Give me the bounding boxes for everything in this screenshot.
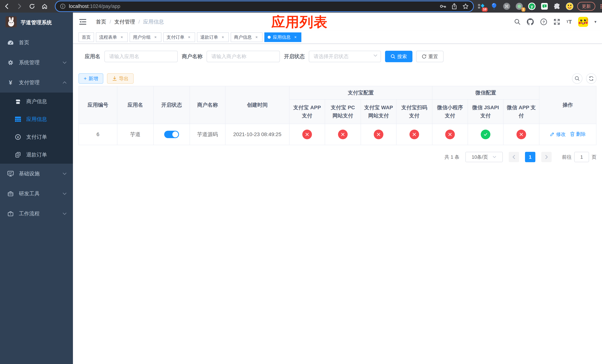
extension-chat-icon[interactable]: [540, 2, 548, 10]
cell-status: [153, 124, 190, 145]
reset-button[interactable]: 重置: [416, 51, 443, 62]
col-group-wechat: 微信配置: [432, 86, 539, 99]
sidebar-item-infrastructure[interactable]: 基础设施: [0, 164, 73, 184]
sidebar-item-merchant-info[interactable]: 商户信息: [0, 93, 73, 110]
show-search-icon-button[interactable]: [572, 73, 582, 84]
edit-button[interactable]: 修改: [550, 131, 566, 138]
close-icon[interactable]: ×: [293, 35, 298, 40]
status-off-icon: [338, 130, 348, 139]
app-name-input[interactable]: [104, 51, 178, 62]
cell-wx-app: [503, 124, 539, 145]
chrome-update-button[interactable]: 更新: [577, 2, 595, 11]
close-icon[interactable]: ×: [254, 35, 259, 40]
sidebar-item-payment[interactable]: ¥ 支付管理: [0, 73, 73, 93]
sidebar-item-label: 支付管理: [19, 79, 40, 86]
cell-alipay-qr: [396, 124, 432, 145]
status-toggle[interactable]: [164, 131, 179, 138]
sidebar-item-app-info[interactable]: 应用信息: [0, 110, 73, 128]
close-icon[interactable]: ×: [220, 35, 226, 40]
next-page-button[interactable]: [541, 152, 552, 162]
site-info-icon[interactable]: [60, 3, 65, 9]
page-size-select[interactable]: 10条/页: [465, 152, 503, 162]
help-icon[interactable]: ?: [540, 18, 547, 25]
breadcrumb-home[interactable]: 首页: [96, 18, 106, 25]
font-size-icon[interactable]: TT: [567, 19, 572, 25]
tab-home[interactable]: 首页: [78, 32, 94, 42]
tab-refund-orders[interactable]: 退款订单×: [197, 32, 229, 42]
extension-y-logo-icon[interactable]: y: [528, 2, 536, 10]
extension-badge: 1: [521, 7, 525, 12]
delete-button[interactable]: 删除: [570, 131, 586, 137]
app-logo-row[interactable]: 芋道管理系统: [0, 13, 73, 32]
filter-form: 应用名 商户名称 开启状态 搜索: [78, 51, 596, 62]
tab-user-group[interactable]: 用户分组×: [129, 32, 161, 42]
page-unit-label: 页: [592, 154, 596, 160]
extensions-puzzle-icon[interactable]: [553, 2, 561, 10]
sidebar-item-home[interactable]: 首页: [0, 32, 73, 53]
browser-reload-icon[interactable]: [29, 3, 35, 10]
sidebar-item-system[interactable]: 系统管理: [0, 53, 73, 73]
plus-icon: +: [84, 75, 87, 81]
tab-app-info[interactable]: 应用信息×: [264, 32, 301, 42]
status-off-icon: [302, 130, 312, 139]
goto-label: 前往: [562, 154, 572, 160]
sidebar-item-workflow[interactable]: 工作流程: [0, 204, 73, 224]
github-icon[interactable]: [527, 18, 534, 25]
tab-process-form[interactable]: 流程表单×: [96, 32, 128, 42]
cell-alipay-app: [289, 124, 325, 145]
prev-page-button[interactable]: [509, 152, 519, 162]
status-select[interactable]: [309, 51, 381, 62]
sidebar-collapse-icon[interactable]: [79, 19, 86, 25]
add-button[interactable]: + 新增: [78, 73, 103, 84]
password-key-icon[interactable]: [440, 4, 446, 8]
col-status: 开启状态: [153, 86, 190, 124]
chevron-down-icon: [63, 212, 67, 215]
refresh-button[interactable]: [586, 73, 596, 84]
browser-menu-icon[interactable]: ⋮: [598, 3, 602, 10]
extension-diamond-icon[interactable]: 10: [478, 2, 485, 10]
browser-profile-avatar[interactable]: [566, 2, 573, 10]
extension-command-icon[interactable]: ⌘: [503, 2, 511, 10]
col-app-id: 应用编号: [79, 86, 117, 124]
merchant-name-input[interactable]: [207, 51, 280, 62]
chevron-down-icon[interactable]: ▾: [594, 20, 596, 24]
user-avatar[interactable]: [578, 17, 588, 27]
col-wx-mini: 微信小程序支付: [432, 99, 468, 124]
extension-badge: 10: [482, 7, 488, 12]
cell-app-name: 芋道: [117, 124, 153, 145]
close-icon[interactable]: ×: [187, 35, 192, 40]
close-icon[interactable]: ×: [119, 35, 124, 40]
address-bar[interactable]: localhost:1024/pay/app: [55, 1, 473, 11]
fullscreen-icon[interactable]: [553, 19, 560, 25]
svg-text:?: ?: [542, 20, 545, 24]
col-wx-jsapi: 微信 JSAPI 支付: [468, 99, 503, 124]
col-actions: 操作: [539, 86, 596, 124]
search-icon[interactable]: [514, 19, 521, 25]
breadcrumb-section[interactable]: 支付管理: [114, 18, 135, 25]
sidebar-item-dev-tools[interactable]: 研发工具: [0, 184, 73, 204]
tab-merchant-info[interactable]: 商户信息×: [231, 32, 262, 42]
screen: localhost:1024/pay/app 10 ⌘: [0, 0, 602, 364]
bookmark-star-icon[interactable]: [462, 3, 469, 10]
cell-created: 2021-10-23 08:49:25: [225, 124, 289, 145]
page-content: 应用名 商户名称 开启状态 搜索: [73, 44, 602, 364]
goto-page-input[interactable]: [574, 152, 589, 162]
current-page[interactable]: 1: [525, 152, 535, 162]
cell-wx-mini: [432, 124, 468, 145]
extension-gem-icon[interactable]: [490, 2, 498, 10]
col-group-alipay: 支付宝配置: [289, 86, 432, 99]
browser-home-icon[interactable]: [42, 3, 48, 10]
browser-back-icon[interactable]: [4, 3, 10, 10]
extension-recorder-icon[interactable]: 1: [515, 2, 523, 10]
export-button[interactable]: 导出: [107, 73, 134, 84]
url-text[interactable]: localhost:1024/pay/app: [69, 3, 434, 9]
browser-forward-icon[interactable]: [16, 3, 22, 10]
sidebar-item-pay-orders[interactable]: ¥ 支付订单: [0, 128, 73, 146]
close-icon[interactable]: ×: [153, 35, 158, 40]
sidebar-item-label: 应用信息: [26, 116, 47, 123]
search-button[interactable]: 搜索: [385, 51, 412, 62]
tab-pay-orders[interactable]: 支付订单×: [163, 32, 195, 42]
status-off-icon: [516, 130, 526, 139]
sidebar-item-refund-orders[interactable]: 退款订单: [0, 146, 73, 164]
share-icon[interactable]: [452, 3, 457, 10]
